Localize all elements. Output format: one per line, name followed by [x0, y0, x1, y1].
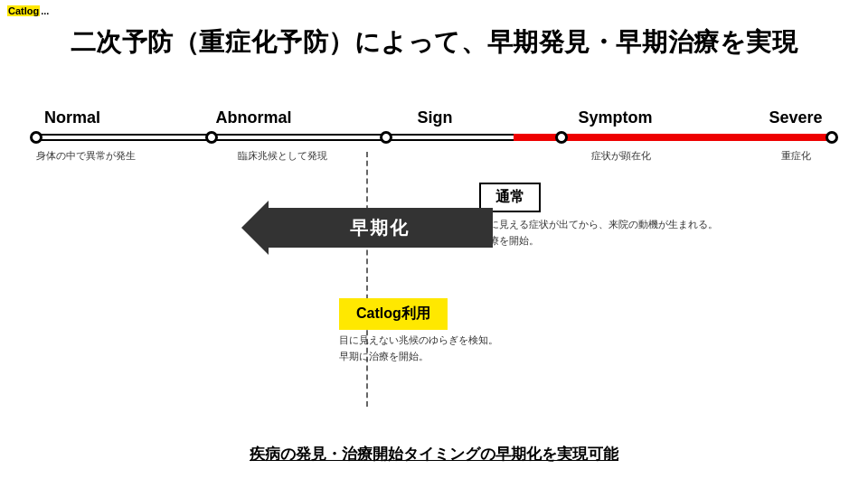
arrow-label: 早期化 [350, 216, 410, 240]
sub-labels: 身体の中で異常が発生 臨床兆候として発現 症状が顕在化 重症化 [27, 149, 841, 163]
stage-sign: Sign [399, 108, 471, 127]
stage-symptom: Symptom [578, 108, 652, 127]
arrow-container: 早期化 [267, 208, 511, 248]
dashed-line-sign [366, 152, 368, 407]
catlog-box: Catlog利用 [339, 298, 448, 330]
timeline-white [36, 134, 514, 141]
stage-labels: Normal Abnormal Sign Symptom Severe [27, 108, 841, 127]
dot-sign [380, 131, 392, 144]
sub-abnormal: 臨床兆候として発現 [238, 149, 327, 163]
stage-abnormal: Abnormal [215, 108, 291, 127]
dot-normal [30, 131, 42, 144]
sub-symptom: 症状が顕在化 [585, 149, 657, 163]
dot-abnormal [205, 131, 218, 144]
catlog-description: 目に見えない兆候のゆらぎを検知。 早期に治療を開始。 [339, 333, 498, 364]
timeline-bar [36, 131, 832, 144]
bottom-text: 疾病の発見・治療開始タイミングの早期化を実現可能 [0, 444, 868, 465]
normal-description: 目に見える症状が出てから、来院の動機が生まれる。 治療を開始。 [479, 217, 718, 249]
sub-normal: 身体の中で異常が発生 [36, 149, 136, 163]
logo: Catlog... [7, 5, 50, 16]
sub-sign [429, 149, 484, 163]
dot-symptom [555, 131, 568, 144]
stage-severe: Severe [760, 108, 832, 127]
stage-normal: Normal [36, 108, 108, 127]
dot-severe [826, 131, 838, 144]
timeline-container: Normal Abnormal Sign Symptom Severe 身体の中… [27, 108, 841, 163]
page-title: 二次予防（重症化予防）によって、早期発見・早期治療を実現 [0, 25, 868, 60]
arrow-head [241, 201, 269, 255]
arrow-body: 早期化 [267, 208, 493, 248]
sub-severe: 重症化 [760, 149, 832, 163]
